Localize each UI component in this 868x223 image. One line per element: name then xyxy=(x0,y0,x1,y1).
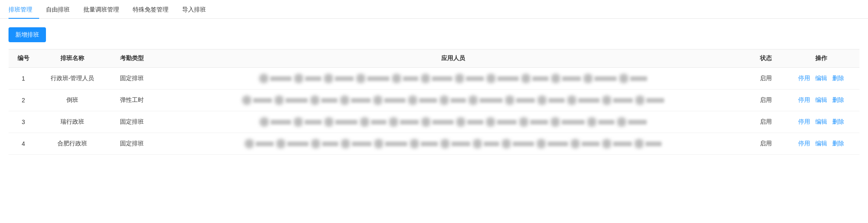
col-header-id: 编号 xyxy=(9,49,38,68)
action-编辑[interactable]: 编辑 xyxy=(815,118,827,125)
cell-status: 启用 xyxy=(749,90,783,111)
add-shift-button[interactable]: 新增排班 xyxy=(9,27,46,42)
col-header-status: 状态 xyxy=(749,49,783,68)
cell-type: 弹性工时 xyxy=(106,90,157,111)
action-删除[interactable]: 删除 xyxy=(832,140,844,147)
cell-type: 固定排班 xyxy=(106,133,157,155)
table-row: 3瑞行政班固定排班启用停用编辑删除 xyxy=(9,111,859,133)
cell-id: 1 xyxy=(9,68,38,90)
col-header-type: 考勤类型 xyxy=(106,49,157,68)
main-content: 新增排班 编号 排班名称 考勤类型 应用人员 状态 操作 1行政班-管理人员固定… xyxy=(0,19,868,223)
top-nav: 排班管理 自由排班 批量调班管理 特殊免签管理 导入排班 xyxy=(0,0,868,19)
action-编辑[interactable]: 编辑 xyxy=(815,140,827,147)
cell-action: 停用编辑删除 xyxy=(783,90,859,111)
table-header-row: 编号 排班名称 考勤类型 应用人员 状态 操作 xyxy=(9,49,859,68)
cell-action: 停用编辑删除 xyxy=(783,111,859,133)
col-header-action: 操作 xyxy=(783,49,859,68)
nav-item-special-exemption[interactable]: 特殊免签管理 xyxy=(126,0,175,19)
nav-item-free-shift[interactable]: 自由排班 xyxy=(39,0,77,19)
toolbar: 新增排班 xyxy=(9,27,859,42)
col-header-name: 排班名称 xyxy=(38,49,106,68)
cell-action: 停用编辑删除 xyxy=(783,133,859,155)
action-编辑[interactable]: 编辑 xyxy=(815,96,827,103)
cell-type: 固定排班 xyxy=(106,111,157,133)
cell-action: 停用编辑删除 xyxy=(783,68,859,90)
nav-item-import-shift[interactable]: 导入排班 xyxy=(175,0,213,19)
action-停用[interactable]: 停用 xyxy=(798,140,810,147)
action-停用[interactable]: 停用 xyxy=(798,96,810,103)
cell-users xyxy=(157,111,749,133)
shift-table: 编号 排班名称 考勤类型 应用人员 状态 操作 1行政班-管理人员固定排班启用停… xyxy=(9,49,859,155)
table-row: 1行政班-管理人员固定排班启用停用编辑删除 xyxy=(9,68,859,90)
cell-name: 倒班 xyxy=(38,90,106,111)
cell-id: 4 xyxy=(9,133,38,155)
table-row: 4合肥行政班固定排班启用停用编辑删除 xyxy=(9,133,859,155)
action-编辑[interactable]: 编辑 xyxy=(815,75,827,81)
cell-status: 启用 xyxy=(749,133,783,155)
cell-id: 2 xyxy=(9,90,38,111)
cell-users xyxy=(157,133,749,155)
cell-name: 合肥行政班 xyxy=(38,133,106,155)
nav-item-shift-management[interactable]: 排班管理 xyxy=(9,0,39,19)
table-row: 2倒班弹性工时启用停用编辑删除 xyxy=(9,90,859,111)
cell-users xyxy=(157,90,749,111)
cell-users xyxy=(157,68,749,90)
action-删除[interactable]: 删除 xyxy=(832,118,844,125)
cell-status: 启用 xyxy=(749,111,783,133)
action-停用[interactable]: 停用 xyxy=(798,118,810,125)
action-删除[interactable]: 删除 xyxy=(832,96,844,103)
cell-id: 3 xyxy=(9,111,38,133)
cell-name: 行政班-管理人员 xyxy=(38,68,106,90)
action-删除[interactable]: 删除 xyxy=(832,75,844,81)
col-header-users: 应用人员 xyxy=(157,49,749,68)
cell-status: 启用 xyxy=(749,68,783,90)
action-停用[interactable]: 停用 xyxy=(798,75,810,81)
cell-type: 固定排班 xyxy=(106,68,157,90)
nav-item-batch-adjustment[interactable]: 批量调班管理 xyxy=(77,0,126,19)
cell-name: 瑞行政班 xyxy=(38,111,106,133)
